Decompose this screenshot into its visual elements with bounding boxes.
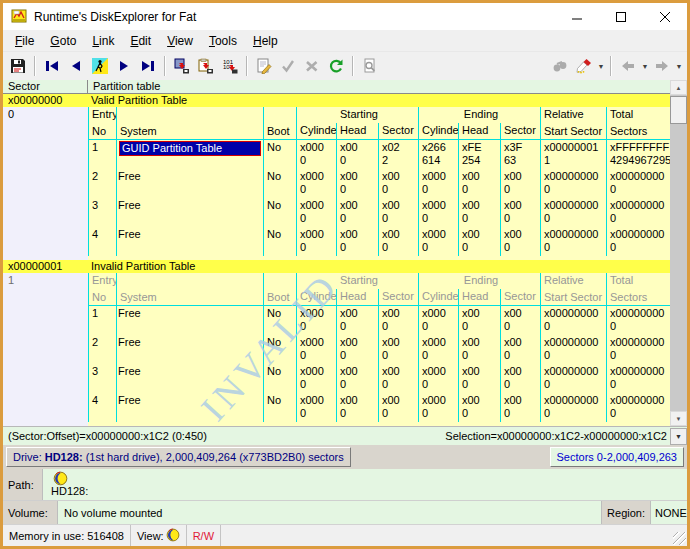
partition-row[interactable]: 4FreeNox0000x000x000x0000x000x000x000000… <box>88 227 670 256</box>
partition-cell[interactable]: x000000000 <box>606 306 670 335</box>
partition-cell[interactable]: x000 <box>336 140 378 169</box>
close-button[interactable] <box>643 3 687 30</box>
partition-cell[interactable]: x000 <box>458 227 500 256</box>
partition-cell[interactable]: x000 <box>458 393 500 422</box>
forward-dropdown-icon[interactable]: ▼ <box>674 63 684 70</box>
menu-tools[interactable]: Tools <box>201 32 245 50</box>
partition-cell[interactable]: x000 <box>500 393 540 422</box>
partition-cell[interactable]: x0000 <box>418 169 458 198</box>
partition-cell[interactable]: x0000 <box>418 198 458 227</box>
partition-cell[interactable]: x000 <box>378 198 418 227</box>
partition-row[interactable]: 4FreeNox0000x000x000x0000x000x000x000000… <box>88 393 670 422</box>
partition-cell[interactable]: x000000000 <box>606 364 670 393</box>
partition-cell[interactable]: x000 <box>336 227 378 256</box>
partition-cell[interactable]: x0000 <box>296 306 336 335</box>
go-previous-button[interactable] <box>64 54 88 78</box>
partition-cell[interactable]: x000 <box>500 227 540 256</box>
partition-cell[interactable]: GUID Partition Table <box>116 140 263 169</box>
confirm-button[interactable] <box>276 54 300 78</box>
partition-row[interactable]: 2FreeNox0000x000x000x0000x000x000x000000… <box>88 169 670 198</box>
partition-cell[interactable]: x000000000 <box>540 227 606 256</box>
partition-cell[interactable]: Free <box>116 364 263 393</box>
forward-button[interactable] <box>650 54 674 78</box>
partition-cell[interactable]: x000 <box>378 306 418 335</box>
partition-cell[interactable]: x0000 <box>296 169 336 198</box>
menu-help[interactable]: Help <box>245 32 286 50</box>
partition-row[interactable]: 1FreeNox0000x000x000x0000x000x000x000000… <box>88 306 670 335</box>
partition-cell[interactable]: x000 <box>378 393 418 422</box>
menu-edit[interactable]: Edit <box>122 32 159 50</box>
partition-cell[interactable]: x000000000 <box>540 306 606 335</box>
maximize-button[interactable] <box>599 3 643 30</box>
partition-cell[interactable]: x000 <box>378 335 418 364</box>
menu-file[interactable]: File <box>7 32 42 50</box>
go-next-button[interactable] <box>112 54 136 78</box>
partition-cell[interactable]: xFE254 <box>458 140 500 169</box>
minimize-button[interactable] <box>555 3 599 30</box>
partition-cell[interactable]: x022 <box>378 140 418 169</box>
partition-cell[interactable]: No <box>263 140 296 169</box>
partition-cell[interactable]: x0000 <box>296 364 336 393</box>
partition-cell[interactable]: x0000 <box>418 306 458 335</box>
partition-cell[interactable]: x000000000 <box>540 364 606 393</box>
partition-cell[interactable]: x000 <box>336 393 378 422</box>
partition-cell[interactable]: Free <box>116 335 263 364</box>
partition-cell[interactable]: Free <box>116 169 263 198</box>
partition-cell[interactable]: x000000000 <box>540 198 606 227</box>
partition-cell[interactable]: x000 <box>378 227 418 256</box>
selected-cell[interactable]: GUID Partition Table <box>119 141 261 156</box>
partition-cell[interactable]: x000000000 <box>540 393 606 422</box>
partition-cell[interactable]: 2 <box>88 169 116 198</box>
partition-cell[interactable]: x000000011 <box>540 140 606 169</box>
partition-cell[interactable]: x0000 <box>296 198 336 227</box>
partition-row[interactable]: 1GUID Partition TableNox0000x000x022x266… <box>88 140 670 169</box>
go-first-button[interactable] <box>40 54 64 78</box>
partition-cell[interactable]: x000000000 <box>606 393 670 422</box>
partition-cell[interactable]: No <box>263 198 296 227</box>
save-button[interactable] <box>6 54 30 78</box>
partition-cell[interactable]: x000000000 <box>606 198 670 227</box>
path-value[interactable]: HD128: <box>51 485 88 497</box>
partition-cell[interactable]: Free <box>116 393 263 422</box>
print-preview-button[interactable] <box>358 54 382 78</box>
save-image-button[interactable] <box>170 54 194 78</box>
flashlight-button[interactable] <box>572 54 596 78</box>
partition-cell[interactable]: 3 <box>88 364 116 393</box>
partition-cell[interactable]: x000000000 <box>606 335 670 364</box>
partition-cell[interactable]: No <box>263 227 296 256</box>
partition-cell[interactable]: x000000000 <box>606 227 670 256</box>
partition-cell[interactable]: x0000 <box>418 335 458 364</box>
partition-cell[interactable]: x000 <box>336 306 378 335</box>
scrollbar-thumb[interactable] <box>670 96 687 124</box>
partition-cell[interactable]: 2 <box>88 335 116 364</box>
partition-cell[interactable]: 1 <box>88 306 116 335</box>
partition-cell[interactable]: x000 <box>336 169 378 198</box>
scroll-down-icon[interactable]: ▼ <box>670 411 687 426</box>
go-button[interactable] <box>88 54 112 78</box>
partition-row[interactable]: 2FreeNox0000x000x000x0000x000x000x000000… <box>88 335 670 364</box>
partition-cell[interactable]: x000000000 <box>606 169 670 198</box>
partition-cell[interactable]: Free <box>116 198 263 227</box>
partition-cell[interactable]: x3F63 <box>500 140 540 169</box>
search-icon[interactable] <box>548 54 572 78</box>
partition-cell[interactable]: No <box>263 169 296 198</box>
resize-grip[interactable] <box>673 532 686 545</box>
partition-cell[interactable]: x0000 <box>296 227 336 256</box>
partition-cell[interactable]: x000000000 <box>540 169 606 198</box>
partition-cell[interactable]: x000 <box>336 364 378 393</box>
partition-cell[interactable]: No <box>263 306 296 335</box>
scroll-up-icon[interactable]: ▲ <box>670 80 687 95</box>
partition-cell[interactable]: x000 <box>336 335 378 364</box>
copy-to-clipboard-button[interactable] <box>194 54 218 78</box>
partition-cell[interactable]: x0000 <box>296 393 336 422</box>
partition-cell[interactable]: x0000 <box>418 364 458 393</box>
menu-link[interactable]: Link <box>84 32 122 50</box>
partition-cell[interactable]: x000 <box>500 335 540 364</box>
partition-cell[interactable]: 4 <box>88 393 116 422</box>
menu-goto[interactable]: Goto <box>42 32 84 50</box>
partition-cell[interactable]: Free <box>116 227 263 256</box>
partition-row[interactable]: 3FreeNox0000x000x000x0000x000x000x000000… <box>88 198 670 227</box>
partition-cell[interactable]: Free <box>116 306 263 335</box>
partition-cell[interactable]: x000000000 <box>540 335 606 364</box>
partition-cell[interactable]: x0000 <box>296 335 336 364</box>
